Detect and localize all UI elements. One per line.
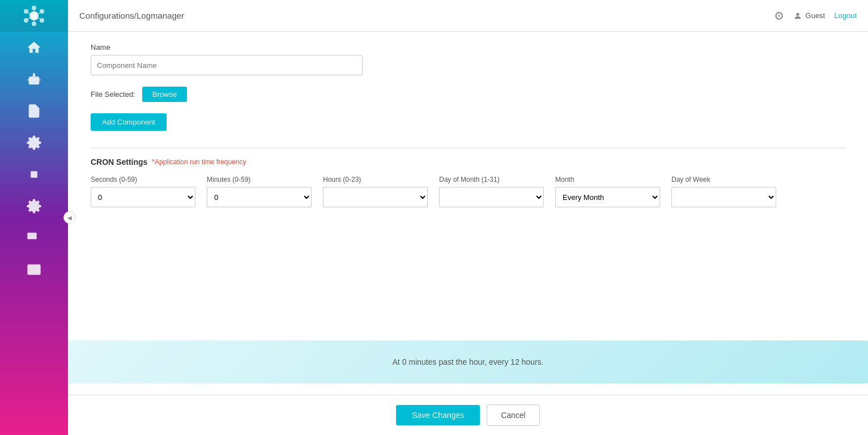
name-field-group: Name: [91, 43, 845, 75]
footer: Save Changes Cancel: [68, 395, 868, 435]
cron-subtitle: *Application run time frequency: [152, 158, 246, 166]
sidebar-item-settings[interactable]: [0, 127, 68, 159]
user-area: Guest: [793, 11, 826, 20]
content-inner: Name File Selected: Browse Add Component…: [68, 32, 868, 329]
cron-field-5: Day of WeekSundayMondayTuesdayWednesdayT…: [671, 176, 776, 207]
cron-select-1[interactable]: 0123451015304559: [207, 187, 312, 207]
sidebar-item-terminal[interactable]: [0, 254, 68, 285]
svg-point-41: [796, 12, 799, 15]
cron-field-label-0: Seconds (0-59): [91, 176, 195, 184]
cron-field-2: Hours (0-23)012361223: [323, 176, 428, 207]
main-area: Configurations/Logmanager ⚙ Guest Logout…: [68, 0, 868, 435]
cron-select-2[interactable]: 012361223: [323, 187, 428, 207]
header-right: ⚙ Guest Logout: [774, 9, 857, 23]
user-icon: [793, 11, 802, 20]
sidebar-item-config[interactable]: [0, 190, 68, 222]
cron-field-4: MonthEvery MonthJanuaryFebruaryMarchApri…: [555, 176, 660, 207]
cron-preview-text: At 0 minutes past the hour, every 12 hou…: [393, 357, 544, 366]
content-area: Name File Selected: Browse Add Component…: [68, 32, 868, 395]
svg-rect-12: [35, 79, 36, 81]
settings-icon[interactable]: ⚙: [774, 9, 784, 23]
cron-field-0: Seconds (0-59)0123451015304559: [91, 176, 195, 207]
cron-field-label-1: Minutes (0-59): [207, 176, 312, 184]
cron-select-4[interactable]: Every MonthJanuaryFebruaryMarchAprilMayJ…: [555, 187, 660, 207]
sidebar-item-chip[interactable]: [0, 159, 68, 190]
sidebar-item-document[interactable]: [0, 95, 68, 127]
header: Configurations/Logmanager ⚙ Guest Logout: [68, 0, 868, 32]
browse-button[interactable]: Browse: [142, 87, 187, 102]
svg-rect-36: [29, 234, 36, 238]
svg-rect-13: [32, 82, 36, 83]
cron-field-label-5: Day of Week: [671, 176, 776, 184]
cron-select-0[interactable]: 0123451015304559: [91, 187, 195, 207]
svg-rect-39: [27, 265, 40, 275]
cron-header: CRON Settings *Application run time freq…: [91, 148, 845, 167]
cron-field-label-4: Month: [555, 176, 660, 184]
cron-field-1: Minutes (0-59)0123451015304559: [207, 176, 312, 207]
file-selected-row: File Selected: Browse: [91, 87, 845, 102]
svg-rect-11: [31, 79, 33, 81]
user-label: Guest: [806, 11, 826, 20]
svg-point-1: [32, 6, 36, 10]
file-selected-label: File Selected:: [91, 90, 135, 99]
add-component-button[interactable]: Add Component: [91, 113, 167, 131]
cron-title: CRON Settings: [91, 157, 147, 167]
name-input[interactable]: [91, 55, 363, 75]
sidebar-item-monitor[interactable]: [0, 222, 68, 254]
save-changes-button[interactable]: Save Changes: [396, 405, 480, 425]
logout-button[interactable]: Logout: [834, 11, 857, 20]
sidebar-nav: [0, 32, 68, 435]
cron-field-label-3: Day of Month (1-31): [439, 176, 544, 184]
svg-rect-21: [31, 171, 37, 178]
svg-point-15: [33, 73, 35, 75]
sidebar-item-robot[interactable]: [0, 63, 68, 95]
cron-field-label-2: Hours (0-23): [323, 176, 428, 184]
cron-select-5[interactable]: SundayMondayTuesdayWednesdayThursdayFrid…: [671, 187, 776, 207]
name-label: Name: [91, 43, 845, 52]
cancel-button[interactable]: Cancel: [487, 404, 540, 426]
cron-field-3: Day of Month (1-31)12351015202531: [439, 176, 544, 207]
cron-fields: Seconds (0-59)0123451015304559Minutes (0…: [91, 176, 845, 207]
svg-point-2: [32, 22, 36, 26]
breadcrumb: Configurations/Logmanager: [79, 11, 184, 20]
sidebar: ◀: [0, 0, 68, 435]
sidebar-logo[interactable]: [0, 0, 68, 32]
sidebar-item-home[interactable]: [0, 32, 68, 63]
cron-select-3[interactable]: 12351015202531: [439, 187, 544, 207]
cron-preview-box: At 0 minutes past the hour, every 12 hou…: [68, 340, 868, 383]
svg-rect-10: [29, 76, 40, 84]
sidebar-collapse-button[interactable]: ◀: [63, 211, 76, 224]
